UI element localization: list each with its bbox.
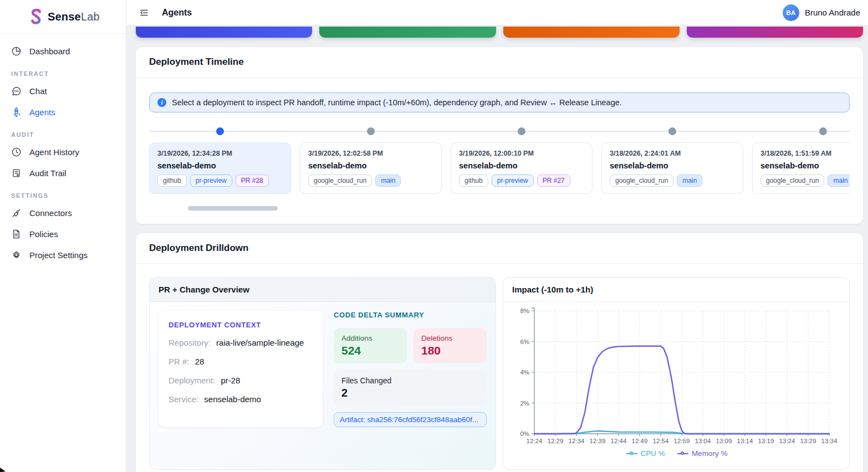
timeline-dot-5[interactable] (819, 127, 827, 135)
timeline-dot-2[interactable] (367, 127, 375, 135)
deployment-timestamp: 3/19/2026, 12:00:10 PM (459, 150, 584, 157)
sidebar-item-dashboard[interactable]: Dashboard (0, 40, 126, 61)
deployment-timeline-title: Deployment Timeline (136, 47, 863, 78)
legend-item-cpu[interactable]: CPU % (626, 449, 665, 458)
legend-label: Memory % (692, 449, 728, 458)
sidebar-item-label: Connectors (29, 208, 72, 218)
timeline-dot-3[interactable] (518, 127, 525, 135)
sidebar-item-label: Agent History (29, 147, 79, 157)
timeline-dot-4[interactable] (668, 127, 676, 135)
deployment-service: senselab-demo (308, 161, 433, 170)
impact-line-chart: 0%2%4%6%8%12:2412:2912:3412:3912:4412:49… (509, 305, 841, 445)
deployment-card[interactable]: 3/19/2026, 12:02:58 PM senselab-demo goo… (300, 142, 442, 194)
deployment-drilldown-body: PR + Change Overview DEPLOYMENT CONTEXT … (136, 264, 863, 472)
svg-text:13:14: 13:14 (737, 438, 753, 444)
tag: github (157, 175, 187, 187)
deployment-card[interactable]: 3/18/2026, 2:24:01 AM senselab-demo goog… (601, 142, 743, 194)
pr-change-overview-title: PR + Change Overview (150, 278, 496, 302)
sidebar-item-agent-history[interactable]: Agent History (0, 141, 126, 162)
context-value: senselab-demo (204, 394, 261, 404)
deployment-card[interactable]: 3/19/2026, 12:00:10 PM senselab-demo git… (451, 142, 593, 194)
artifact-badge[interactable]: Artifact: sha256:76cfd56f23cf848aab60f..… (334, 412, 487, 427)
sidebar-item-policies[interactable]: Policies (0, 223, 126, 244)
timeline-card-row: 3/19/2026, 12:34:28 PM senselab-demo git… (149, 142, 850, 194)
svg-text:6%: 6% (520, 338, 529, 345)
svg-text:12:49: 12:49 (632, 438, 648, 444)
deployment-context-title: DEPLOYMENT CONTEXT (169, 321, 313, 329)
files-changed-value: 2 (341, 387, 479, 399)
sidebar-item-project-settings[interactable]: Project Settings (0, 244, 126, 265)
svg-text:0%: 0% (520, 430, 529, 437)
svg-text:12:29: 12:29 (548, 438, 564, 444)
deployment-tags: google_cloud_run main (760, 175, 850, 187)
timeline-track (149, 127, 850, 135)
svg-text:13:04: 13:04 (695, 438, 711, 444)
svg-text:12:54: 12:54 (653, 438, 669, 444)
files-changed-label: Files Changed (341, 376, 479, 385)
user-menu[interactable]: BA Bruno Andrade (783, 4, 860, 21)
brand-name-bold: Sense (48, 11, 81, 23)
mouse-cursor (0, 466, 8, 472)
timeline-dot-1[interactable] (216, 127, 224, 135)
code-delta-grid: Additions 524 Deletions 180 Files Change… (334, 328, 487, 427)
tag: PR #28 (236, 175, 269, 187)
rocket-icon (11, 107, 22, 117)
stat-card-blue[interactable] (136, 27, 312, 38)
deployment-card[interactable]: 3/18/2026, 1:51:59 AM senselab-demo goog… (752, 142, 850, 194)
audit-document-icon (11, 168, 22, 178)
sidebar-item-label: Agents (29, 107, 55, 117)
svg-text:12:24: 12:24 (527, 438, 543, 444)
deployment-context-card: DEPLOYMENT CONTEXT Repository: raia-live… (159, 311, 323, 427)
tag: google_cloud_run (760, 175, 824, 187)
code-delta-summary: CODE DELTA SUMMARY Additions 524 Deletio… (334, 311, 487, 427)
cpu-legend-marker-icon (626, 451, 637, 456)
sidebar-item-agents[interactable]: Agents (0, 101, 126, 122)
deployment-service: senselab-demo (760, 161, 850, 170)
brand-logo[interactable]: SenseLab (0, 0, 126, 34)
additions-value: 524 (341, 344, 399, 357)
info-banner: i Select a deployment to inspect PR hand… (149, 93, 850, 112)
memory-legend-marker-icon (677, 451, 688, 456)
context-value: pr-28 (221, 376, 240, 385)
tag: PR #27 (537, 175, 570, 187)
timeline-scrollbar[interactable] (188, 206, 278, 211)
pr-change-overview-panel: PR + Change Overview DEPLOYMENT CONTEXT … (149, 277, 496, 470)
sidebar-item-connectors[interactable]: Connectors (0, 202, 126, 223)
policy-file-icon (11, 229, 22, 239)
deletions-box: Deletions 180 (413, 328, 487, 363)
sidebar-collapse-button[interactable] (137, 6, 151, 19)
plug-icon (11, 208, 22, 218)
brand-name-light: Lab (81, 11, 100, 23)
code-delta-title: CODE DELTA SUMMARY (334, 311, 487, 319)
deployment-timestamp: 3/19/2026, 12:34:28 PM (157, 150, 283, 157)
stat-card-purple[interactable] (687, 27, 863, 38)
context-label: PR #: (169, 357, 190, 366)
gear-icon (11, 250, 22, 260)
svg-text:13:24: 13:24 (779, 438, 795, 444)
svg-text:13:09: 13:09 (716, 438, 732, 444)
stat-card-green[interactable] (319, 27, 496, 38)
deployment-tags: github pr-preview PR #27 (459, 175, 584, 187)
tag: pr-preview (492, 175, 534, 187)
deployment-card[interactable]: 3/19/2026, 12:34:28 PM senselab-demo git… (149, 142, 291, 194)
sidebar-item-chat[interactable]: Chat (0, 80, 126, 101)
additions-label: Additions (341, 334, 399, 342)
tag: main (375, 175, 401, 187)
svg-text:8%: 8% (520, 307, 529, 314)
additions-box: Additions 524 (334, 328, 407, 363)
impact-chart-title: Impact (-10m to +1h) (503, 278, 849, 302)
stat-card-orange[interactable] (503, 27, 680, 38)
svg-text:12:59: 12:59 (674, 438, 690, 444)
context-row-service: Service: senselab-demo (169, 394, 313, 404)
sidebar-item-audit-trail[interactable]: Audit Trail (0, 162, 126, 183)
legend-item-memory[interactable]: Memory % (677, 449, 728, 458)
svg-text:4%: 4% (520, 369, 529, 376)
tag: google_cloud_run (308, 175, 372, 187)
top-header: Agents BA Bruno Andrade (126, 0, 868, 25)
deployment-tags: google_cloud_run main (308, 175, 433, 187)
pr-overview-grid: DEPLOYMENT CONTEXT Repository: raia-live… (150, 302, 496, 436)
context-row-deployment: Deployment: pr-28 (169, 376, 313, 385)
sidebar-item-label: Project Settings (29, 250, 88, 260)
svg-text:12:44: 12:44 (611, 438, 627, 444)
deletions-value: 180 (421, 344, 479, 357)
